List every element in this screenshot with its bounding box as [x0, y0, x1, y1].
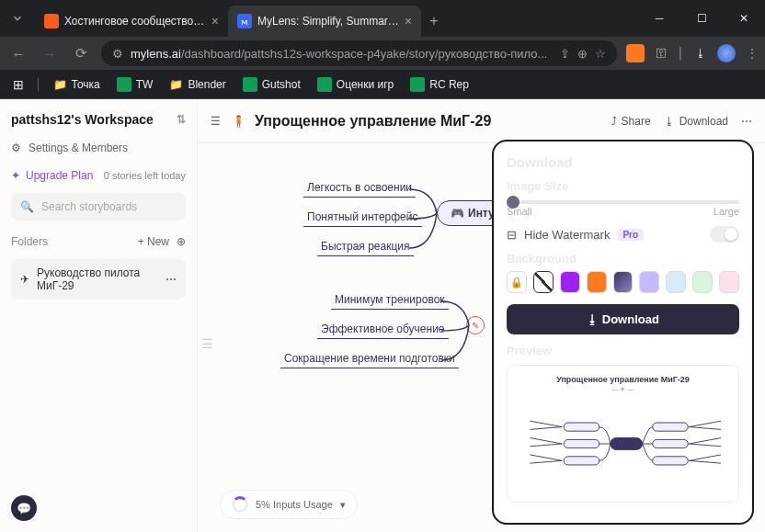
workspace-switcher-icon[interactable]: ⇅	[177, 113, 186, 126]
preview-label: Preview	[507, 344, 739, 357]
share-icon: ⤴	[611, 115, 617, 128]
mindmap-node[interactable]: Эффективное обучение	[317, 320, 449, 339]
preview-image: Упрощенное управление МиГ-29 — ✈ —	[507, 365, 739, 503]
mindmap-node[interactable]: Легкость в освоении	[303, 178, 416, 198]
mindmap-node[interactable]: Быстрая реакция	[317, 237, 414, 256]
help-button[interactable]: 💬	[11, 495, 37, 521]
hide-watermark-row: ⊟ Hide Watermark Pro	[507, 226, 739, 243]
usage-ring-icon	[232, 496, 248, 513]
site-info-icon[interactable]: ⚙	[112, 47, 123, 61]
svg-line-8	[530, 427, 562, 430]
tab-title: Хостинговое сообщество «Tim	[64, 15, 206, 28]
image-size-slider[interactable]	[507, 200, 739, 204]
swatch[interactable]	[587, 271, 607, 293]
folder-item[interactable]: ✈ Руководство пилота МиГ-29 ⋯	[11, 259, 186, 300]
close-icon[interactable]: ×	[211, 14, 219, 28]
inputs-usage[interactable]: 5% Inputs Usage ▾	[220, 490, 358, 519]
gear-icon: ⚙	[11, 141, 21, 154]
person-icon: 🧍	[232, 115, 245, 128]
svg-line-15	[689, 438, 721, 444]
mindmap-hub-icon[interactable]: ✎	[466, 316, 485, 334]
close-icon[interactable]: ×	[405, 14, 412, 28]
zoom-icon[interactable]: ⊕	[577, 47, 588, 61]
download-icon: ⭳	[664, 115, 675, 128]
install-app-icon[interactable]: ⇪	[560, 47, 570, 61]
sparkle-icon: ✦	[11, 169, 20, 182]
svg-rect-0	[611, 438, 643, 450]
item-menu-icon[interactable]: ⋯	[166, 273, 177, 286]
address-bar[interactable]: ⚙ mylens.ai/dashboard/pattshs12s-workspa…	[101, 40, 617, 66]
svg-rect-3	[564, 457, 599, 465]
download-button[interactable]: ⭳Download	[664, 115, 728, 128]
download-action-button[interactable]: ⭳ Download	[507, 304, 739, 334]
swatch[interactable]	[613, 271, 634, 293]
svg-line-18	[689, 460, 721, 463]
tab-title: MyLens: Simplify, Summarize, a	[257, 15, 399, 28]
svg-rect-6	[653, 457, 689, 465]
menu-icon[interactable]: ☰	[211, 115, 221, 128]
stories-left: 0 stories left today	[104, 170, 186, 181]
search-icon: 🔍	[20, 200, 34, 213]
mindmap-node[interactable]: Сокращение времени подготовки	[280, 349, 459, 368]
reload-button[interactable]: ⟳	[70, 42, 92, 64]
menu-icon[interactable]: ⋮	[747, 47, 758, 60]
extension-icon[interactable]	[626, 44, 645, 62]
svg-line-11	[530, 455, 562, 460]
extensions-icon[interactable]: ⚿	[656, 47, 667, 60]
settings-link[interactable]: ⚙ Settings & Members	[11, 138, 186, 158]
panel-title: Download	[507, 154, 739, 170]
svg-line-10	[530, 444, 562, 447]
window-maximize[interactable]: ☐	[680, 0, 723, 37]
swatch[interactable]	[719, 271, 739, 293]
svg-line-7	[530, 421, 562, 426]
bookmark-item[interactable]: RC Rep	[405, 74, 474, 95]
folders-label: Folders	[11, 235, 48, 248]
chevron-down-icon: ▾	[340, 499, 346, 511]
background-swatches: 🔒	[507, 271, 739, 293]
download-panel: Download Image Size SmallLarge ⊟ Hide Wa…	[492, 140, 754, 525]
bookmark-star-icon[interactable]: ☆	[595, 47, 606, 61]
apps-grid-icon[interactable]: ⊞	[7, 74, 29, 95]
swatch-locked[interactable]: 🔒	[507, 271, 527, 293]
share-button[interactable]: ⤴Share	[611, 115, 651, 128]
forward-button[interactable]: →	[39, 42, 61, 64]
svg-line-16	[689, 444, 721, 447]
search-storyboards-input[interactable]: 🔍 Search storyboards	[11, 193, 186, 221]
page-title: Упрощенное управление МиГ-29	[255, 113, 491, 130]
bookmark-item[interactable]: Оценки игр	[312, 74, 399, 95]
workspace-name[interactable]: pattshs12's Workspace	[11, 112, 154, 127]
svg-rect-1	[564, 423, 599, 431]
back-button[interactable]: ←	[7, 42, 29, 64]
bookmark-item[interactable]: TW	[111, 74, 159, 95]
watermark-toggle[interactable]	[710, 226, 739, 243]
add-folder-icon[interactable]: ⊕	[177, 235, 186, 248]
pro-badge: Pro	[617, 229, 644, 241]
new-tab-button[interactable]: +	[421, 6, 447, 37]
upgrade-plan-link[interactable]: ✦ Upgrade Plan	[11, 169, 93, 182]
swatch[interactable]	[692, 271, 713, 293]
url-path: /dashboard/pattshs12s-workspace-p4yake/s…	[181, 47, 547, 61]
window-close[interactable]: ✕	[723, 0, 765, 37]
window-minimize[interactable]: ─	[638, 0, 680, 37]
swatch[interactable]	[639, 271, 659, 293]
profile-avatar[interactable]	[717, 44, 736, 62]
mindmap-node[interactable]: Понятный интерфейс	[303, 208, 422, 227]
bookmark-item[interactable]: 📁Точка	[48, 75, 106, 94]
swatch[interactable]	[666, 271, 686, 293]
mindmap-node[interactable]: Минимум тренировок	[331, 290, 449, 310]
svg-line-12	[530, 460, 562, 463]
svg-line-13	[689, 421, 721, 426]
swatch[interactable]	[560, 271, 580, 293]
bookmark-item[interactable]: 📁Blender	[164, 75, 231, 94]
downloads-icon[interactable]: ⭳	[695, 47, 706, 60]
svg-line-17	[689, 455, 721, 460]
bookmark-item[interactable]: Gutshot	[237, 74, 306, 95]
browser-tab-0[interactable]: Хостинговое сообщество «Tim ×	[35, 6, 228, 37]
browser-tab-1[interactable]: ᴍ MyLens: Simplify, Summarize, a ×	[228, 6, 421, 37]
collapse-sidebar-icon[interactable]: ☰	[201, 336, 213, 351]
tab-search-icon[interactable]	[0, 0, 35, 37]
url-host: mylens.ai	[131, 47, 181, 61]
more-icon[interactable]: ⋯	[741, 115, 752, 128]
new-folder-button[interactable]: + New	[138, 235, 169, 248]
swatch-transparent[interactable]	[533, 271, 554, 293]
